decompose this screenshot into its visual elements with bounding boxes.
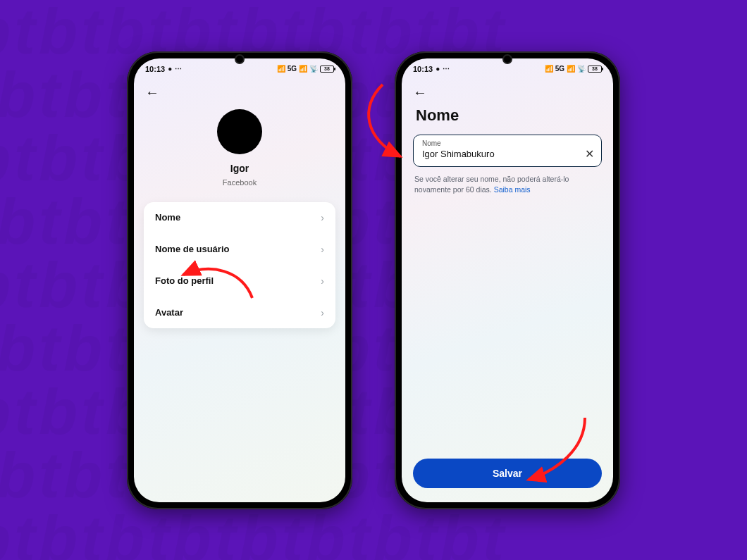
row-avatar-label: Avatar bbox=[155, 307, 183, 318]
signal-icon: 📶 bbox=[277, 65, 285, 73]
row-avatar[interactable]: Avatar › bbox=[144, 297, 335, 328]
chevron-right-icon: › bbox=[321, 212, 324, 223]
clear-input-icon[interactable]: ✕ bbox=[585, 147, 594, 161]
row-foto-perfil[interactable]: Foto do perfil › bbox=[144, 265, 335, 297]
learn-more-link[interactable]: Saiba mais bbox=[494, 185, 531, 194]
row-nome-usuario[interactable]: Nome de usuário › bbox=[144, 233, 335, 265]
back-button[interactable]: ← bbox=[413, 85, 430, 99]
name-field[interactable]: Nome ✕ bbox=[413, 135, 602, 167]
settings-card: Nome › Nome de usuário › Foto do perfil … bbox=[144, 202, 335, 328]
battery-icon: 38 bbox=[320, 66, 334, 73]
status-time: 10:13 bbox=[413, 65, 433, 73]
status-time: 10:13 bbox=[145, 65, 165, 73]
profile-name: Igor bbox=[230, 163, 249, 174]
network-type: 5G bbox=[288, 65, 297, 73]
battery-icon: 38 bbox=[588, 66, 602, 73]
name-field-label: Nome bbox=[422, 139, 594, 147]
network-type: 5G bbox=[555, 65, 564, 73]
row-foto-perfil-label: Foto do perfil bbox=[155, 275, 214, 286]
status-more-icon: ⋯ bbox=[443, 65, 450, 73]
wifi-icon: 📡 bbox=[577, 65, 586, 73]
helper-text-body: Se você alterar seu nome, não poderá alt… bbox=[414, 175, 569, 194]
bottom-bar: Salvar bbox=[402, 459, 613, 502]
back-button[interactable]: ← bbox=[145, 85, 162, 99]
app-bar: ← bbox=[134, 78, 345, 102]
page-title: Nome bbox=[402, 102, 613, 132]
signal-icon-2: 📶 bbox=[299, 65, 307, 73]
camera-cutout bbox=[502, 54, 512, 64]
row-nome[interactable]: Nome › bbox=[144, 202, 335, 233]
screen-profile: 10:13 ● ⋯ 📶 5G 📶 📡 38 ← Igor Facebook bbox=[134, 58, 345, 502]
name-input[interactable] bbox=[422, 149, 577, 159]
phone-frame-2: 10:13 ● ⋯ 📶 5G 📶 📡 38 ← Nome Nome bbox=[395, 51, 620, 509]
signal-icon: 📶 bbox=[545, 65, 553, 73]
save-button[interactable]: Salvar bbox=[413, 459, 602, 488]
profile-header: Igor Facebook bbox=[134, 109, 345, 187]
chevron-right-icon: › bbox=[321, 307, 324, 318]
phone-frame-1: 10:13 ● ⋯ 📶 5G 📶 📡 38 ← Igor Facebook bbox=[127, 51, 352, 509]
chevron-right-icon: › bbox=[321, 244, 324, 255]
status-notification-icon: ● bbox=[168, 65, 172, 73]
avatar[interactable] bbox=[217, 109, 262, 154]
chevron-right-icon: › bbox=[321, 275, 324, 287]
screen-edit-name: 10:13 ● ⋯ 📶 5G 📶 📡 38 ← Nome Nome bbox=[402, 58, 613, 502]
row-nome-label: Nome bbox=[155, 212, 180, 223]
status-notification-icon: ● bbox=[436, 65, 440, 73]
helper-text: Se você alterar seu nome, não poderá alt… bbox=[414, 174, 600, 195]
signal-icon-2: 📶 bbox=[567, 65, 575, 73]
camera-cutout bbox=[235, 54, 245, 64]
wifi-icon: 📡 bbox=[309, 65, 318, 73]
status-more-icon: ⋯ bbox=[175, 65, 182, 73]
row-nome-usuario-label: Nome de usuário bbox=[155, 244, 229, 254]
profile-platform: Facebook bbox=[223, 178, 257, 187]
app-bar: ← bbox=[402, 78, 613, 102]
